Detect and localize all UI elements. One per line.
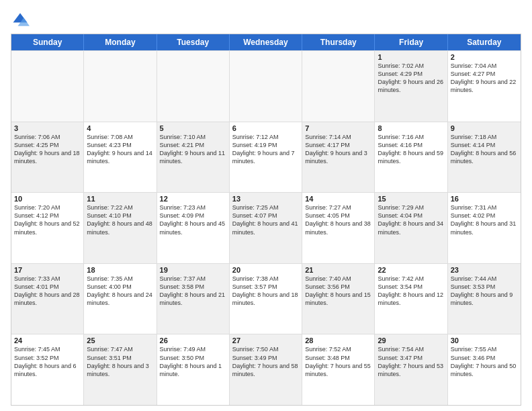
cell-details: Sunrise: 7:08 AM Sunset: 4:23 PM Dayligh… (87, 133, 153, 166)
calendar-header-row: SundayMondayTuesdayWednesdayThursdayFrid… (11, 34, 521, 50)
header-cell-thursday: Thursday (302, 34, 375, 50)
calendar-cell-3-6: 23Sunrise: 7:44 AM Sunset: 3:53 PM Dayli… (448, 264, 521, 334)
calendar-cell-4-3: 27Sunrise: 7:50 AM Sunset: 3:49 PM Dayli… (230, 334, 302, 405)
day-number: 13 (232, 195, 299, 203)
calendar-cell-0-6: 2Sunrise: 7:04 AM Sunset: 4:27 PM Daylig… (448, 51, 521, 122)
calendar-cell-3-1: 18Sunrise: 7:35 AM Sunset: 4:00 PM Dayli… (84, 264, 157, 334)
page: SundayMondayTuesdayWednesdayThursdayFrid… (0, 0, 532, 411)
logo (11, 11, 32, 30)
cell-details: Sunrise: 7:35 AM Sunset: 4:00 PM Dayligh… (87, 275, 153, 308)
calendar-cell-1-5: 8Sunrise: 7:16 AM Sunset: 4:16 PM Daylig… (375, 122, 447, 193)
calendar-cell-2-0: 10Sunrise: 7:20 AM Sunset: 4:12 PM Dayli… (11, 193, 84, 263)
calendar-row-0: 1Sunrise: 7:02 AM Sunset: 4:29 PM Daylig… (11, 50, 521, 122)
calendar: SundayMondayTuesdayWednesdayThursdayFrid… (11, 34, 521, 406)
cell-details: Sunrise: 7:02 AM Sunset: 4:29 PM Dayligh… (378, 62, 444, 95)
cell-details: Sunrise: 7:04 AM Sunset: 4:27 PM Dayligh… (451, 62, 518, 95)
calendar-cell-3-5: 22Sunrise: 7:42 AM Sunset: 3:54 PM Dayli… (375, 264, 447, 334)
calendar-cell-3-3: 20Sunrise: 7:38 AM Sunset: 3:57 PM Dayli… (230, 264, 302, 334)
header-cell-tuesday: Tuesday (157, 34, 230, 50)
calendar-cell-4-0: 24Sunrise: 7:45 AM Sunset: 3:52 PM Dayli… (11, 334, 84, 405)
calendar-cell-2-1: 11Sunrise: 7:22 AM Sunset: 4:10 PM Dayli… (84, 193, 157, 263)
day-number: 8 (378, 124, 444, 132)
cell-details: Sunrise: 7:47 AM Sunset: 3:51 PM Dayligh… (87, 345, 153, 378)
cell-details: Sunrise: 7:31 AM Sunset: 4:02 PM Dayligh… (451, 203, 518, 236)
calendar-row-3: 17Sunrise: 7:33 AM Sunset: 4:01 PM Dayli… (11, 263, 521, 334)
calendar-cell-0-5: 1Sunrise: 7:02 AM Sunset: 4:29 PM Daylig… (375, 51, 447, 122)
day-number: 28 (305, 336, 371, 345)
cell-details: Sunrise: 7:29 AM Sunset: 4:04 PM Dayligh… (378, 203, 444, 236)
cell-details: Sunrise: 7:44 AM Sunset: 3:53 PM Dayligh… (451, 275, 518, 308)
calendar-row-4: 24Sunrise: 7:45 AM Sunset: 3:52 PM Dayli… (11, 334, 521, 405)
day-number: 18 (87, 266, 153, 274)
day-number: 1 (378, 53, 444, 61)
calendar-cell-1-6: 9Sunrise: 7:18 AM Sunset: 4:14 PM Daylig… (448, 122, 521, 193)
day-number: 15 (378, 195, 444, 203)
day-number: 10 (14, 195, 81, 203)
day-number: 16 (451, 195, 518, 203)
calendar-cell-0-2 (157, 51, 230, 122)
calendar-cell-4-4: 28Sunrise: 7:52 AM Sunset: 3:48 PM Dayli… (302, 334, 375, 405)
calendar-cell-0-3 (230, 51, 302, 122)
day-number: 27 (232, 336, 299, 345)
calendar-cell-4-5: 29Sunrise: 7:54 AM Sunset: 3:47 PM Dayli… (375, 334, 447, 405)
calendar-cell-2-2: 12Sunrise: 7:23 AM Sunset: 4:09 PM Dayli… (157, 193, 230, 263)
day-number: 17 (14, 266, 81, 274)
cell-details: Sunrise: 7:40 AM Sunset: 3:56 PM Dayligh… (305, 275, 371, 308)
cell-details: Sunrise: 7:55 AM Sunset: 3:46 PM Dayligh… (451, 345, 518, 378)
calendar-row-1: 3Sunrise: 7:06 AM Sunset: 4:25 PM Daylig… (11, 122, 521, 193)
calendar-row-2: 10Sunrise: 7:20 AM Sunset: 4:12 PM Dayli… (11, 192, 521, 263)
cell-details: Sunrise: 7:06 AM Sunset: 4:25 PM Dayligh… (14, 133, 81, 166)
day-number: 26 (160, 336, 226, 345)
day-number: 29 (378, 336, 444, 345)
cell-details: Sunrise: 7:45 AM Sunset: 3:52 PM Dayligh… (14, 345, 81, 378)
day-number: 24 (14, 336, 81, 345)
calendar-cell-2-6: 16Sunrise: 7:31 AM Sunset: 4:02 PM Dayli… (448, 193, 521, 263)
cell-details: Sunrise: 7:52 AM Sunset: 3:48 PM Dayligh… (305, 345, 371, 378)
calendar-cell-1-1: 4Sunrise: 7:08 AM Sunset: 4:23 PM Daylig… (84, 122, 157, 193)
calendar-cell-1-3: 6Sunrise: 7:12 AM Sunset: 4:19 PM Daylig… (230, 122, 302, 193)
cell-details: Sunrise: 7:20 AM Sunset: 4:12 PM Dayligh… (14, 203, 81, 236)
calendar-cell-2-3: 13Sunrise: 7:25 AM Sunset: 4:07 PM Dayli… (230, 193, 302, 263)
day-number: 5 (160, 124, 226, 132)
day-number: 23 (451, 266, 518, 274)
day-number: 21 (305, 266, 371, 274)
calendar-cell-4-1: 25Sunrise: 7:47 AM Sunset: 3:51 PM Dayli… (84, 334, 157, 405)
day-number: 25 (87, 336, 153, 345)
cell-details: Sunrise: 7:16 AM Sunset: 4:16 PM Dayligh… (378, 133, 444, 166)
calendar-cell-4-2: 26Sunrise: 7:49 AM Sunset: 3:50 PM Dayli… (157, 334, 230, 405)
cell-details: Sunrise: 7:49 AM Sunset: 3:50 PM Dayligh… (160, 345, 226, 378)
day-number: 3 (14, 124, 81, 132)
calendar-cell-2-5: 15Sunrise: 7:29 AM Sunset: 4:04 PM Dayli… (375, 193, 447, 263)
cell-details: Sunrise: 7:10 AM Sunset: 4:21 PM Dayligh… (160, 133, 226, 166)
day-number: 6 (232, 124, 299, 132)
calendar-cell-3-2: 19Sunrise: 7:37 AM Sunset: 3:58 PM Dayli… (157, 264, 230, 334)
calendar-cell-0-1 (84, 51, 157, 122)
header-cell-saturday: Saturday (448, 34, 521, 50)
day-number: 20 (232, 266, 299, 274)
cell-details: Sunrise: 7:38 AM Sunset: 3:57 PM Dayligh… (232, 275, 299, 308)
day-number: 7 (305, 124, 371, 132)
cell-details: Sunrise: 7:42 AM Sunset: 3:54 PM Dayligh… (378, 275, 444, 308)
day-number: 4 (87, 124, 153, 132)
day-number: 22 (378, 266, 444, 274)
calendar-cell-1-0: 3Sunrise: 7:06 AM Sunset: 4:25 PM Daylig… (11, 122, 84, 193)
day-number: 19 (160, 266, 226, 274)
calendar-cell-0-4 (302, 51, 375, 122)
day-number: 9 (451, 124, 518, 132)
cell-details: Sunrise: 7:37 AM Sunset: 3:58 PM Dayligh… (160, 275, 226, 308)
logo-icon (11, 11, 30, 30)
header-cell-friday: Friday (375, 34, 447, 50)
calendar-cell-0-0 (11, 51, 84, 122)
calendar-cell-1-2: 5Sunrise: 7:10 AM Sunset: 4:21 PM Daylig… (157, 122, 230, 193)
day-number: 30 (451, 336, 518, 345)
calendar-cell-2-4: 14Sunrise: 7:27 AM Sunset: 4:05 PM Dayli… (302, 193, 375, 263)
day-number: 14 (305, 195, 371, 203)
calendar-body: 1Sunrise: 7:02 AM Sunset: 4:29 PM Daylig… (11, 50, 521, 405)
day-number: 12 (160, 195, 226, 203)
cell-details: Sunrise: 7:27 AM Sunset: 4:05 PM Dayligh… (305, 203, 371, 236)
day-number: 11 (87, 195, 153, 203)
calendar-cell-1-4: 7Sunrise: 7:14 AM Sunset: 4:17 PM Daylig… (302, 122, 375, 193)
calendar-cell-3-4: 21Sunrise: 7:40 AM Sunset: 3:56 PM Dayli… (302, 264, 375, 334)
day-number: 2 (451, 53, 518, 61)
header-cell-wednesday: Wednesday (230, 34, 302, 50)
